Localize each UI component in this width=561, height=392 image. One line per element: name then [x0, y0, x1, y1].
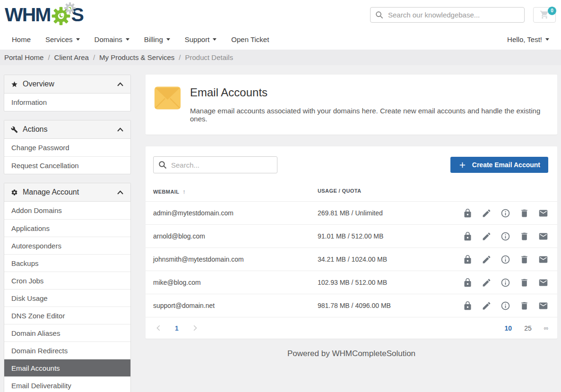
nav-item-billing[interactable]: Billing: [144, 35, 170, 43]
table-toolbar: Create Email Account: [146, 146, 557, 182]
breadcrumb-link-my-products-services[interactable]: My Products & Services: [99, 53, 174, 61]
row-action-delete-button[interactable]: [519, 255, 529, 264]
page-size-10[interactable]: 10: [505, 324, 512, 332]
row-action-webmail-button[interactable]: [538, 208, 548, 218]
row-action-delete-button[interactable]: [519, 278, 529, 288]
table-body: admin@mytestdomain.com 269.81 MB / Unlim…: [146, 201, 557, 317]
search-icon: [158, 161, 167, 169]
trash-icon: [519, 208, 529, 218]
sidebar-item-change-password[interactable]: Change Password: [4, 139, 130, 156]
row-action-details-button[interactable]: [501, 255, 510, 264]
sidebar-panel-overview: Overview Information: [4, 75, 131, 111]
cart-button[interactable]: 0: [533, 7, 556, 23]
row-action-edit-button[interactable]: [482, 278, 492, 288]
row-action-webmail-button[interactable]: [538, 278, 548, 288]
pencil-icon: [482, 255, 492, 264]
powered-by-link[interactable]: Powered by WHMCompleteSolution: [146, 349, 557, 358]
row-action-webmail-button[interactable]: [538, 301, 548, 311]
column-header-usage-quota[interactable]: USAGE / QUOTA: [318, 188, 550, 195]
nav-item-support[interactable]: Support: [185, 35, 217, 43]
row-action-webmail-button[interactable]: [538, 231, 548, 241]
star-icon: [11, 81, 18, 88]
sidebar-item-backups[interactable]: Backups: [4, 254, 130, 272]
create-email-account-button[interactable]: Create Email Account: [450, 157, 548, 173]
breadcrumb-link-client-area[interactable]: Client Area: [54, 53, 89, 61]
nav-item-home[interactable]: Home: [12, 35, 31, 43]
sidebar-item-request-cancellation[interactable]: Request Cancellation: [4, 156, 130, 174]
row-actions: [463, 255, 548, 264]
sidebar-item-applications[interactable]: Applications: [4, 219, 130, 237]
knowledgebase-search-input[interactable]: [388, 11, 519, 19]
top-header: WHM: [0, 0, 561, 29]
small-gear-icon: [64, 2, 76, 14]
row-action-delete-button[interactable]: [519, 208, 529, 218]
sidebar-item-email-accounts[interactable]: Email Accounts: [4, 359, 130, 376]
page-number[interactable]: 1: [175, 324, 179, 332]
next-page-icon[interactable]: [191, 324, 198, 332]
page-header-card: Email Accounts Manage email accounts ass…: [146, 75, 557, 135]
row-action-lock-button[interactable]: [463, 208, 473, 218]
row-action-webmail-button[interactable]: [538, 255, 548, 264]
logo-gear-icon: [51, 3, 73, 26]
webmail-address: support@domain.net: [153, 302, 318, 309]
sidebar-item-cron-jobs[interactable]: Cron Jobs: [4, 272, 130, 289]
webmail-address: admin@mytestdomain.com: [153, 209, 318, 217]
column-header-webmail[interactable]: WEBMAIL ↑: [153, 188, 318, 195]
user-menu[interactable]: Hello, Test!: [507, 35, 549, 43]
plus-icon: [458, 161, 466, 169]
whmcs-logo[interactable]: WHM: [5, 3, 83, 26]
sidebar-item-autoresponders[interactable]: Autoresponders: [4, 237, 130, 254]
row-action-edit-button[interactable]: [482, 255, 492, 264]
previous-page-icon[interactable]: [155, 324, 162, 332]
page-size-25[interactable]: 25: [524, 324, 532, 332]
sidebar-item-disk-usage[interactable]: Disk Usage: [4, 289, 130, 307]
nav-item-open-ticket[interactable]: Open Ticket: [231, 35, 269, 43]
row-action-details-button[interactable]: [501, 301, 510, 311]
row-action-details-button[interactable]: [501, 278, 510, 288]
page-description: Manage email accounts associated with yo…: [190, 107, 546, 123]
row-action-edit-button[interactable]: [482, 208, 492, 218]
row-actions: [463, 208, 548, 218]
sidebar-item-domain-aliases[interactable]: Domain Aliases: [4, 324, 130, 341]
sidebar-item-domain-redirects[interactable]: Domain Redirects: [4, 341, 130, 359]
pencil-icon: [482, 278, 492, 288]
row-action-lock-button[interactable]: [463, 301, 473, 311]
table-search-input[interactable]: [171, 161, 272, 169]
sidebar-item-email-deliverability[interactable]: Email Deliverability: [4, 376, 130, 392]
table-search: [153, 156, 277, 173]
row-action-lock-button[interactable]: [463, 255, 473, 264]
row-action-edit-button[interactable]: [482, 301, 492, 311]
envelope-icon: [538, 278, 548, 288]
knowledgebase-search: [370, 7, 525, 23]
breadcrumb-link-portal-home[interactable]: Portal Home: [4, 53, 43, 61]
table-row: admin@mytestdomain.com 269.81 MB / Unlim…: [146, 201, 557, 224]
email-accounts-card: Create Email Account WEBMAIL ↑ USAGE / Q…: [146, 146, 557, 339]
chevron-down-icon: [166, 38, 170, 41]
row-action-lock-button[interactable]: [463, 231, 473, 241]
envelope-icon: [538, 301, 548, 311]
nav-item-services[interactable]: Services: [45, 35, 80, 43]
usage-quota: 269.81 MB / Unlimited: [318, 209, 463, 217]
chevron-down-icon: [545, 38, 549, 41]
trash-icon: [519, 301, 529, 311]
info-icon: [501, 208, 510, 218]
chevron-up-icon: [117, 190, 124, 195]
search-icon: [375, 11, 383, 19]
sidebar-item-dns-zone-editor[interactable]: DNS Zone Editor: [4, 307, 130, 324]
row-action-details-button[interactable]: [501, 208, 510, 218]
logo-text-left: WHM: [5, 5, 50, 25]
table-row: johnsmith@mytestdomain.com 34.21 MB / 10…: [146, 247, 557, 271]
row-action-delete-button[interactable]: [519, 231, 529, 241]
row-action-details-button[interactable]: [501, 231, 510, 241]
row-action-edit-button[interactable]: [482, 231, 492, 241]
cart-count-badge: 0: [548, 7, 556, 15]
table-row: support@domain.net 981.78 MB / 4096.00 M…: [146, 294, 557, 317]
sidebar-item-addon-domains[interactable]: Addon Domains: [4, 202, 130, 219]
sidebar-item-information[interactable]: Information: [4, 94, 130, 111]
row-action-delete-button[interactable]: [519, 301, 529, 311]
page-size-all[interactable]: ∞: [544, 324, 548, 332]
webmail-address: johnsmith@mytestdomain.com: [153, 256, 318, 263]
table-header-row: WEBMAIL ↑ USAGE / QUOTA: [146, 182, 557, 201]
nav-item-domains[interactable]: Domains: [95, 35, 129, 43]
row-action-lock-button[interactable]: [463, 278, 473, 288]
